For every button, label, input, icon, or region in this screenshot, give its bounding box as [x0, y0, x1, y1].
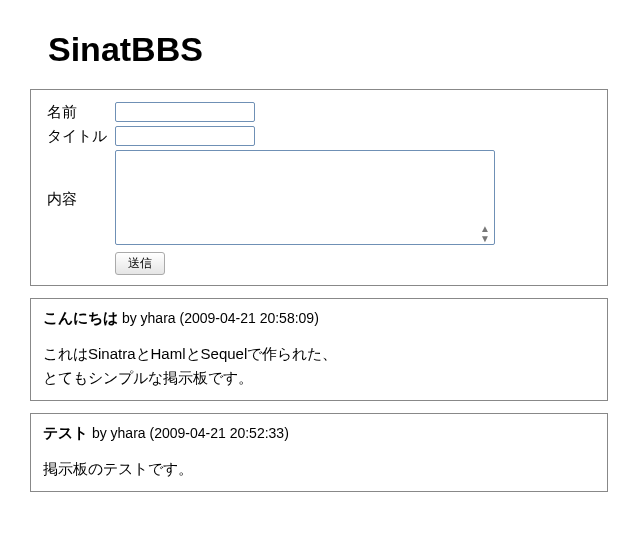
post-body: 掲示板のテストです。: [43, 457, 595, 481]
post-form: 名前 タイトル 内容 ▲ ▼ 送信: [30, 89, 608, 286]
post-title: こんにちは: [43, 309, 118, 326]
post-meta: by yhara (2009-04-21 20:58:09): [118, 310, 319, 326]
spinner-down-icon[interactable]: ▼: [480, 234, 490, 244]
post-title: テスト: [43, 424, 88, 441]
page-title: SinatBBS: [48, 30, 608, 69]
submit-button[interactable]: 送信: [115, 252, 165, 275]
title-label: タイトル: [43, 124, 111, 148]
body-label: 内容: [43, 148, 111, 250]
textarea-spinner: ▲ ▼: [476, 224, 494, 244]
post: こんにちは by yhara (2009-04-21 20:58:09) これは…: [30, 298, 608, 401]
post: テスト by yhara (2009-04-21 20:52:33) 掲示板のテ…: [30, 413, 608, 492]
body-textarea[interactable]: [115, 150, 495, 245]
post-body: これはSinatraとHamlとSequelで作られた、 とてもシンプルな掲示板…: [43, 342, 595, 390]
title-input[interactable]: [115, 126, 255, 146]
post-meta: by yhara (2009-04-21 20:52:33): [88, 425, 289, 441]
name-input[interactable]: [115, 102, 255, 122]
name-label: 名前: [43, 100, 111, 124]
